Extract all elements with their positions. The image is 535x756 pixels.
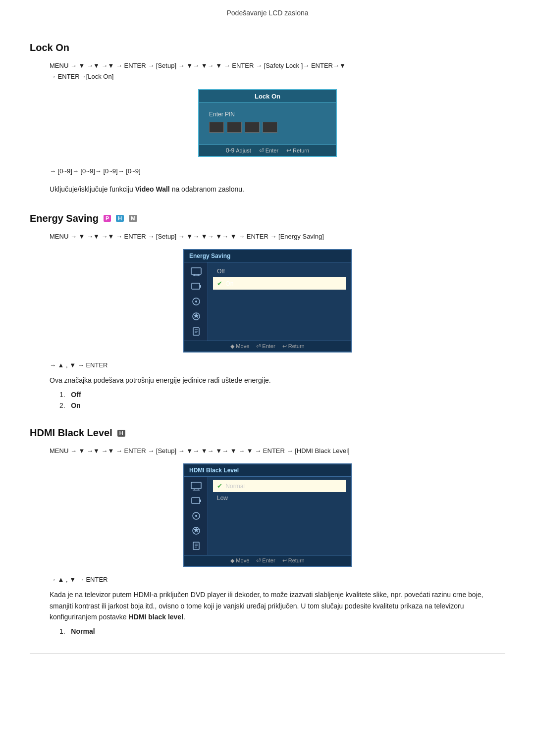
es-content: Off ✔ On [208, 262, 351, 341]
hdmi-footer-return: ↩ Return [282, 557, 305, 564]
energy-saving-description: Ova značajka podešava potrošnju energije… [50, 375, 505, 386]
svg-rect-17 [192, 498, 200, 504]
es-body: Off ✔ On [184, 262, 351, 341]
lock-on-title: Lock On [30, 42, 505, 53]
pin-boxes [209, 122, 326, 133]
hdmi-icon-1 [189, 481, 203, 492]
svg-rect-0 [191, 268, 201, 274]
pin-box-1 [209, 122, 224, 133]
es-option-off[interactable]: Off [213, 265, 346, 277]
hdmi-option-low[interactable]: Low [213, 492, 346, 504]
return-icon: ↩ [286, 147, 291, 154]
page-divider [30, 653, 505, 654]
badge-hdmi: H [117, 430, 125, 437]
section-hdmi-black-level: HDMI Black Level H MENU → ▼ →▼ →▼ → ENTE… [30, 427, 505, 635]
footer-enter: ⏎ Enter [259, 147, 278, 154]
enter-pin-label: Enter PIN [209, 111, 326, 118]
svg-rect-13 [191, 482, 201, 489]
hdmi-item-1: 1. Normal [59, 627, 505, 635]
adjust-icon: 0-9 [226, 147, 234, 154]
hdmi-icon-3 [189, 510, 203, 521]
page-title: Podešavanje LCD zaslona [227, 9, 309, 17]
badge-p: P [104, 215, 111, 222]
hdmi-content: ✔ Normal Low [208, 477, 351, 555]
hdmi-footer-enter: ⏎ Enter [256, 557, 275, 564]
pin-sequence: → [0~9]→ [0~9]→ [0~9]→ [0~9] [50, 166, 505, 177]
check-on: ✔ [217, 280, 222, 287]
page-header: Podešavanje LCD zaslona [30, 0, 505, 26]
hdmi-black-level-title: HDMI Black Level H [30, 427, 505, 439]
lock-on-screen-title: Lock On [199, 90, 336, 103]
hdmi-icon-5 [189, 540, 203, 551]
energy-saving-menu-path: MENU → ▼ →▼ →▼ → ENTER → [Setup] → ▼→ ▼→… [50, 231, 505, 242]
es-footer: ◆ Move ⏎ Enter ↩ Return [184, 341, 351, 352]
hdmi-screen-title: HDMI Black Level [184, 464, 351, 477]
page-container: Podešavanje LCD zaslona Lock On MENU → ▼… [0, 0, 535, 756]
svg-point-20 [195, 515, 197, 517]
lock-on-description: Uključuje/isključuje funkciju Video Wall… [50, 184, 505, 195]
section-energy-saving: Energy Saving P H M MENU → ▼ →▼ →▼ → ENT… [30, 213, 505, 409]
hdmi-nav: → ▲ , ▼ → ENTER [50, 576, 505, 583]
hdmi-sidebar [184, 477, 208, 555]
es-sidebar [184, 262, 208, 341]
energy-saving-nav: → ▲ , ▼ → ENTER [50, 361, 505, 369]
hdmi-description: Kada je na televizor putem HDMI-a priklj… [50, 589, 505, 622]
lock-on-footer: 0-9 Adjust ⏎ Enter ↩ Return [199, 145, 336, 156]
hdmi-menu-path: MENU → ▼ →▼ →▼ → ENTER → [Setup] → ▼→ ▼→… [50, 446, 505, 456]
check-normal: ✔ [217, 482, 222, 490]
es-icon-3 [189, 296, 203, 307]
svg-rect-18 [200, 500, 201, 502]
es-footer-move: ◆ Move [230, 343, 249, 350]
es-screen-title: Energy Saving [184, 250, 351, 262]
svg-rect-4 [192, 283, 200, 289]
hdmi-icon-4 [189, 525, 203, 536]
es-icon-5 [189, 326, 203, 337]
es-footer-return: ↩ Return [282, 343, 305, 350]
energy-saving-title: Energy Saving P H M [30, 213, 505, 224]
lock-on-body: Enter PIN [199, 103, 336, 145]
enter-icon: ⏎ [259, 147, 264, 154]
section-lock-on: Lock On MENU → ▼ →▼ →▼ → ENTER → [Setup]… [30, 42, 505, 195]
lock-on-menu-path: MENU → ▼ →▼ →▼ → ENTER → [Setup] → ▼→ ▼→… [50, 60, 505, 82]
hdmi-option-normal[interactable]: ✔ Normal [213, 480, 346, 492]
footer-adjust: 0-9 Adjust [226, 147, 251, 154]
hdmi-screen: HDMI Black Level [183, 463, 352, 567]
pin-box-3 [245, 122, 260, 133]
svg-point-7 [195, 301, 197, 302]
hdmi-footer-move: ◆ Move [230, 557, 249, 564]
pin-box-2 [227, 122, 242, 133]
badge-h: H [116, 215, 124, 222]
es-icon-1 [189, 266, 203, 277]
svg-rect-5 [200, 285, 201, 288]
es-option-on[interactable]: ✔ On [213, 277, 346, 290]
lock-on-screen: Lock On Enter PIN 0-9 Adjust ⏎ Ente [198, 89, 337, 157]
es-icon-4 [189, 311, 203, 322]
pin-box-4 [263, 122, 277, 133]
es-footer-enter: ⏎ Enter [256, 343, 275, 350]
energy-saving-screen: Energy Saving [183, 249, 352, 353]
hdmi-body: ✔ Normal Low [184, 477, 351, 555]
energy-saving-item-1: 1. Off [59, 391, 505, 399]
hdmi-footer: ◆ Move ⏎ Enter ↩ Return [184, 555, 351, 566]
energy-saving-item-2: 2. On [59, 402, 505, 409]
hdmi-icon-2 [189, 496, 203, 506]
badge-m: M [129, 215, 137, 222]
es-icon-2 [189, 281, 203, 292]
footer-return: ↩ Return [286, 147, 309, 154]
